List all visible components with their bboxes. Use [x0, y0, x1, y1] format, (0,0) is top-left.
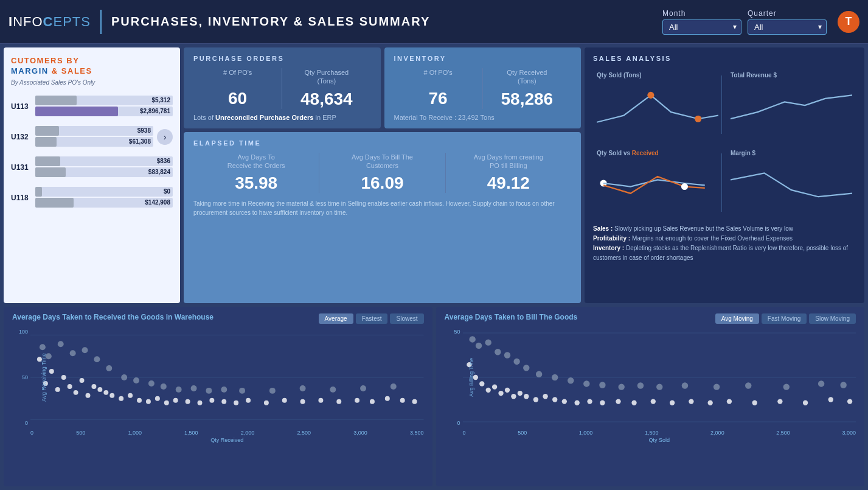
svg-point-58 — [239, 388, 245, 394]
x-axis-ticks-right: 0 500 1,000 1,500 2,000 2,500 3,000 — [463, 430, 856, 436]
sales-insights: Sales : Slowly picking up Sales Revenue … — [593, 224, 856, 263]
inv-metrics: # Of PO's 76 Qty Received(Tons) 58,286 — [394, 68, 572, 109]
svg-point-21 — [128, 393, 133, 398]
bar-inner-1 — [35, 156, 60, 166]
filter-slow-moving-btn[interactable]: Slow Moving — [809, 313, 856, 324]
customer-row-inner: U132 $938 $61,308 › — [11, 126, 173, 148]
svg-point-48 — [94, 356, 100, 362]
inv-count-value: 76 — [399, 89, 477, 108]
svg-point-109 — [637, 382, 643, 388]
insight-profit: Profitability : Margins not enough to co… — [593, 234, 856, 243]
svg-point-79 — [552, 397, 557, 402]
month-select-wrap[interactable]: All — [662, 19, 741, 35]
svg-point-34 — [282, 398, 287, 403]
chart4-svg — [731, 159, 852, 208]
svg-point-111 — [681, 382, 687, 388]
inv-qty-col: Qty Received(Tons) 58,286 — [482, 68, 571, 109]
svg-point-9 — [49, 369, 54, 374]
page-title: Purchases, Inventory & Sales Summary — [111, 15, 430, 29]
month-select[interactable]: All — [662, 19, 741, 35]
sales-word: SALES — [61, 66, 92, 75]
elapsed-value3: 49.12 — [451, 173, 566, 193]
svg-point-19 — [109, 393, 114, 398]
filter-avg-moving-btn[interactable]: Avg Moving — [715, 313, 759, 324]
chart2-svg — [731, 81, 852, 130]
svg-point-82 — [587, 399, 592, 404]
svg-point-60 — [300, 385, 306, 391]
svg-point-17 — [97, 387, 102, 392]
customer-bars: $5,312 $2,896,781 — [35, 96, 173, 117]
filter-fastest-btn[interactable]: Fastest — [356, 313, 388, 324]
svg-point-98 — [485, 339, 491, 345]
svg-point-37 — [336, 399, 341, 404]
svg-point-3 — [681, 183, 688, 190]
y-label-50: 50 — [454, 329, 460, 335]
chart1-svg — [597, 81, 718, 130]
chart-divider-3 — [721, 153, 722, 212]
chart-sold-vs-received: Qty Sold vs Received — [593, 146, 722, 219]
scatter-svg-left — [30, 329, 424, 426]
svg-point-13 — [74, 390, 78, 395]
svg-point-96 — [469, 336, 475, 342]
quarter-select[interactable]: All — [748, 19, 827, 35]
filter-fast-moving-btn[interactable]: Fast Moving — [762, 313, 807, 324]
quarter-select-wrap[interactable]: All — [748, 19, 827, 35]
svg-point-57 — [221, 387, 227, 393]
svg-point-112 — [713, 383, 719, 390]
svg-point-90 — [726, 399, 731, 404]
svg-point-41 — [400, 398, 405, 403]
svg-point-23 — [146, 399, 151, 404]
svg-point-26 — [173, 398, 178, 403]
received-highlight: Received — [632, 150, 659, 156]
svg-point-70 — [485, 388, 490, 393]
y-axis-label-right: Avg Billing Time — [468, 358, 474, 397]
svg-point-97 — [475, 343, 481, 349]
x-axis-label-left: Qty Received — [30, 437, 424, 443]
purchase-orders-panel: PURCHASE ORDERS # Of PO's 60 Qty Purchas… — [184, 47, 381, 128]
bar-outer-1: $836 — [35, 156, 173, 166]
svg-point-99 — [495, 349, 501, 355]
svg-point-24 — [155, 396, 160, 401]
bar-value-2: $83,824 — [148, 167, 170, 177]
svg-point-106 — [583, 380, 589, 387]
chart2-label: Total Revenue $ — [731, 72, 852, 79]
svg-point-102 — [523, 365, 529, 371]
filter-average-btn[interactable]: Average — [319, 313, 353, 324]
customer-id: U118 — [11, 194, 32, 202]
svg-point-104 — [551, 374, 557, 380]
margin-word: MARGIN — [11, 66, 49, 75]
svg-point-25 — [164, 401, 169, 405]
inventory-panel: INVENTORY # Of PO's 76 Qty Received(Tons… — [384, 47, 582, 128]
bottom-right-title: Average Days Taken to Bill The Goods — [445, 313, 578, 321]
po-count-label: # Of PO's — [198, 68, 277, 85]
bar-value-2: $142,908 — [145, 198, 170, 208]
filter-slowest-btn[interactable]: Slowest — [390, 313, 423, 324]
chevron-button[interactable]: › — [157, 129, 173, 145]
svg-point-108 — [618, 383, 624, 390]
insight-inv: Inventory : Depleting stocks as the Repl… — [593, 243, 856, 263]
svg-point-88 — [689, 399, 693, 404]
x-axis-label-right: Qty Sold — [463, 437, 856, 443]
po-metrics: # Of PO's 60 Qty Purchased(Tons) 48,634 — [193, 68, 371, 109]
bar-inner-2 — [35, 107, 118, 116]
svg-point-42 — [412, 399, 417, 404]
chart-revenue: Total Revenue $ — [727, 68, 856, 141]
chart-margin: Margin $ — [727, 146, 856, 219]
brand-icon: T — [838, 11, 859, 33]
bottom-right-filters: Avg Moving Fast Moving Slow Moving — [715, 313, 856, 324]
svg-point-116 — [840, 382, 846, 388]
y-axis-labels: 100 50 0 — [12, 329, 30, 426]
inv-qty-label: Qty Received(Tons) — [488, 68, 566, 86]
y-label-50: 50 — [22, 374, 28, 380]
po-qty-label: Qty Purchased(Tons) — [287, 68, 366, 86]
bar-outer-2: $61,308 — [35, 137, 153, 147]
svg-point-45 — [58, 341, 64, 347]
svg-point-110 — [656, 383, 662, 390]
svg-point-73 — [504, 388, 509, 393]
svg-point-100 — [504, 352, 510, 358]
chart-divider-1 — [721, 75, 722, 134]
po-note: Lots of Unreconciled Purchase Orders in … — [193, 114, 371, 121]
svg-point-69 — [479, 381, 484, 386]
svg-point-50 — [121, 374, 127, 380]
svg-point-87 — [669, 401, 674, 405]
